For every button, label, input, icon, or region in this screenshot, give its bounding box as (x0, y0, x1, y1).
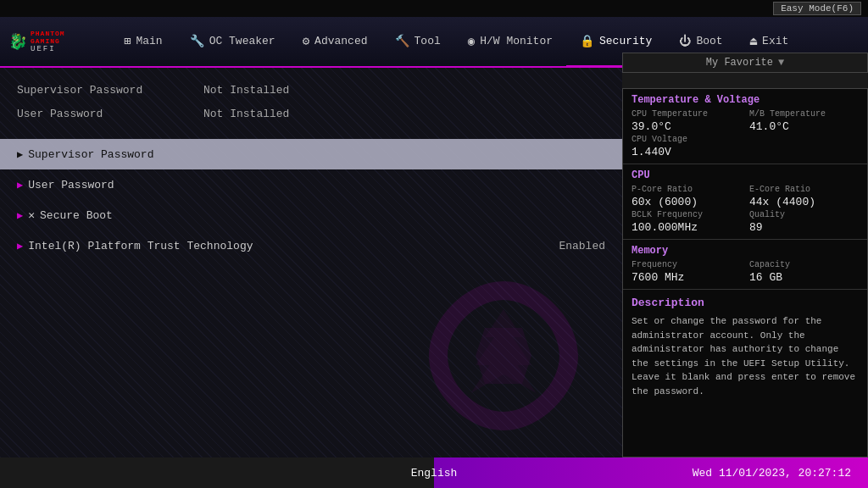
cpu-temp-value: 39.0°C (632, 120, 741, 133)
menu-item-supervisor-password[interactable]: ▶ Supervisor Password (0, 139, 622, 169)
menu-item-intel-ptt[interactable]: ▶ Intel(R) Platform Trust Technology Ena… (0, 230, 622, 261)
arrow-icon-intel-ptt: ▶ (17, 240, 23, 252)
menu-items: ▶ Supervisor Password ▶ User Password ▶ … (0, 139, 622, 261)
hw-monitor-icon: ◉ (468, 34, 475, 48)
cap-value: 16 GB (749, 271, 859, 284)
cpu-temp-label: CPU Temperature (632, 109, 741, 119)
main-icon: ⊞ (124, 34, 131, 48)
pcore-value: 60x (6000) (632, 196, 741, 208)
easy-mode-button[interactable]: Easy Mode(F6) (773, 2, 861, 15)
ecore-value: 44x (4400) (749, 196, 859, 208)
supervisor-status-value: Not Installed (203, 84, 289, 97)
arrow-icon-secure-boot: ▶ (17, 209, 23, 222)
status-bar: English Wed 11/01/2023, 20:27:12 (0, 458, 868, 488)
cpu-voltage-spacer (749, 135, 859, 144)
nav-item-tool[interactable]: 🔨 Tool (381, 17, 454, 68)
freq-label: Frequency (632, 260, 741, 269)
nav-label-boot: Boot (696, 35, 722, 47)
menu-label-user-password: User Password (28, 179, 114, 191)
ecore-label: E-Core Ratio (749, 185, 859, 194)
menu-label-intel-ptt: Intel(R) Platform Trust Technology (28, 240, 253, 252)
description-section: Description Set or change the password f… (623, 290, 867, 457)
left-content: Supervisor Password Not Installed User P… (0, 68, 622, 261)
menu-label-secure-boot: Secure Boot (40, 209, 113, 222)
mb-temp-label: M/B Temperature (749, 109, 859, 119)
nav-logo: 🐉 PHANTOM GAMING UEFI (0, 17, 110, 66)
top-bar: Easy Mode(F6) (0, 0, 868, 17)
nav-item-oc-tweaker[interactable]: 🔧 OC Tweaker (176, 17, 289, 68)
menu-label-supervisor-password: Supervisor Password (28, 148, 153, 161)
nav-label-exit: Exit (762, 35, 788, 47)
bclk-label: BCLK Frequency (632, 210, 741, 219)
pcore-label: P-Core Ratio (632, 185, 741, 194)
cpu-grid: P-Core Ratio E-Core Ratio 60x (6000) 44x… (632, 185, 859, 234)
user-status-row: User Password Not Installed (17, 102, 605, 125)
arrow-icon-user: ▶ (17, 179, 23, 191)
right-panel: Temperature & Voltage CPU Temperature M/… (622, 88, 868, 458)
cpu-title: CPU (632, 169, 859, 181)
boot-icon: ⏻ (679, 35, 691, 48)
datetime-label: Wed 11/01/2023, 20:27:12 (693, 467, 851, 480)
exit-icon: ⏏ (750, 34, 757, 48)
cpu-voltage-value: 1.440V (632, 146, 741, 158)
status-rows: Supervisor Password Not Installed User P… (0, 78, 622, 125)
freq-value: 7600 MHz (632, 271, 741, 284)
memory-title: Memory (632, 245, 859, 257)
quality-value: 89 (749, 221, 859, 234)
nav-label-main: Main (136, 35, 162, 47)
memory-section: Memory Frequency Capacity 7600 MHz 16 GB (623, 240, 867, 290)
nav-item-hw-monitor[interactable]: ◉ H/W Monitor (454, 17, 566, 68)
intel-ptt-value: Enabled (559, 240, 605, 252)
language-label: English (411, 467, 458, 480)
oc-tweaker-icon: 🔧 (190, 34, 204, 48)
menu-item-user-password[interactable]: ▶ User Password (0, 169, 622, 200)
nav-label-security: Security (599, 35, 652, 47)
nav-label-advanced: Advanced (314, 35, 367, 47)
dragon-watermark (410, 263, 597, 449)
description-text: Set or change the password for the admin… (632, 314, 859, 398)
cpu-section: CPU P-Core Ratio E-Core Ratio 60x (6000)… (623, 164, 867, 240)
nav-label-oc-tweaker: OC Tweaker (209, 35, 275, 47)
main-content: Supervisor Password Not Installed User P… (0, 68, 868, 458)
arrow-icon-supervisor: ▶ (17, 148, 23, 161)
favorite-dropdown-icon: ▼ (778, 57, 784, 69)
menu-item-secure-boot[interactable]: ▶ ✕ Secure Boot (0, 200, 622, 230)
bclk-value: 100.000MHz (632, 221, 741, 234)
memory-grid: Frequency Capacity 7600 MHz 16 GB (632, 260, 859, 284)
user-status-label: User Password (17, 108, 203, 120)
left-panel: Supervisor Password Not Installed User P… (0, 68, 622, 458)
temp-grid: CPU Temperature M/B Temperature 39.0°C 4… (632, 109, 859, 158)
cap-label: Capacity (749, 260, 859, 269)
mb-temp-value: 41.0°C (749, 120, 859, 133)
secure-boot-icon: ✕ (28, 208, 35, 222)
temp-voltage-section: Temperature & Voltage CPU Temperature M/… (623, 89, 867, 164)
my-favorite-label: My Favorite (706, 57, 773, 69)
cpu-voltage-label: CPU Voltage (632, 135, 741, 144)
temp-voltage-title: Temperature & Voltage (632, 94, 859, 106)
nav-item-advanced[interactable]: ⚙ Advanced (289, 17, 381, 68)
security-icon: 🔒 (580, 34, 594, 48)
advanced-icon: ⚙ (303, 34, 309, 48)
supervisor-status-row: Supervisor Password Not Installed (17, 78, 605, 102)
nav-label-tool: Tool (415, 35, 441, 47)
supervisor-status-label: Supervisor Password (17, 84, 203, 97)
tool-icon: 🔨 (395, 34, 409, 48)
user-status-value: Not Installed (203, 108, 289, 120)
quality-label: Quality (749, 210, 859, 219)
description-title: Description (632, 297, 859, 309)
nav-label-hw-monitor: H/W Monitor (480, 35, 553, 47)
nav-item-main[interactable]: ⊞ Main (110, 17, 176, 68)
